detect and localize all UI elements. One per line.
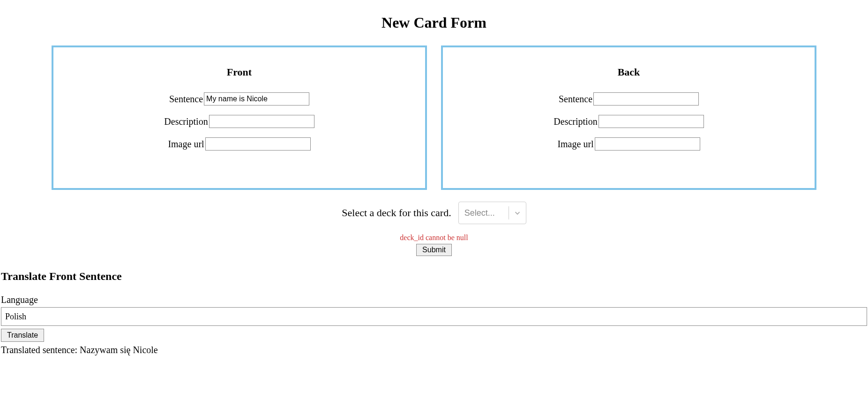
back-description-input[interactable]: [599, 115, 704, 128]
translate-section: Translate Front Sentence Language Transl…: [0, 270, 868, 355]
front-sentence-label: Sentence: [169, 94, 203, 105]
submit-button[interactable]: Submit: [416, 244, 452, 256]
translate-button[interactable]: Translate: [1, 329, 44, 342]
front-image-url-label: Image url: [168, 139, 204, 150]
error-message: deck_id cannot be null: [0, 234, 868, 242]
deck-select-row: Select a deck for this card. Select...: [0, 202, 868, 224]
back-image-url-label: Image url: [557, 139, 593, 150]
deck-select-dropdown[interactable]: Select...: [458, 202, 526, 224]
back-panel-title: Back: [452, 66, 805, 78]
back-sentence-input[interactable]: [593, 92, 699, 106]
front-panel-title: Front: [63, 66, 416, 78]
translated-result-prefix: Translated sentence:: [1, 345, 80, 355]
front-sentence-input[interactable]: [204, 92, 309, 106]
back-panel: Back Sentence Description Image url: [441, 45, 816, 190]
chevron-down-icon: [509, 209, 526, 217]
front-description-row: Description: [63, 115, 416, 128]
front-image-url-row: Image url: [63, 137, 416, 151]
back-description-label: Description: [554, 116, 597, 127]
translated-result-value: Nazywam się Nicole: [80, 345, 158, 355]
translate-heading: Translate Front Sentence: [1, 270, 867, 283]
back-sentence-row: Sentence: [452, 92, 805, 106]
language-input[interactable]: [1, 307, 867, 326]
front-description-label: Description: [164, 116, 208, 127]
language-label: Language: [1, 294, 867, 305]
page-title: New Card Form: [0, 14, 868, 31]
front-description-input[interactable]: [209, 115, 314, 128]
deck-select-placeholder: Select...: [459, 208, 509, 218]
back-image-url-input[interactable]: [595, 137, 700, 151]
deck-select-label: Select a deck for this card.: [342, 207, 451, 219]
front-image-url-input[interactable]: [205, 137, 311, 151]
submit-row: Submit: [0, 244, 868, 256]
translated-result: Translated sentence: Nazywam się Nicole: [1, 345, 867, 355]
cards-container: Front Sentence Description Image url Bac…: [0, 45, 868, 190]
back-sentence-label: Sentence: [559, 94, 592, 105]
back-image-url-row: Image url: [452, 137, 805, 151]
front-panel: Front Sentence Description Image url: [52, 45, 427, 190]
back-description-row: Description: [452, 115, 805, 128]
front-sentence-row: Sentence: [63, 92, 416, 106]
